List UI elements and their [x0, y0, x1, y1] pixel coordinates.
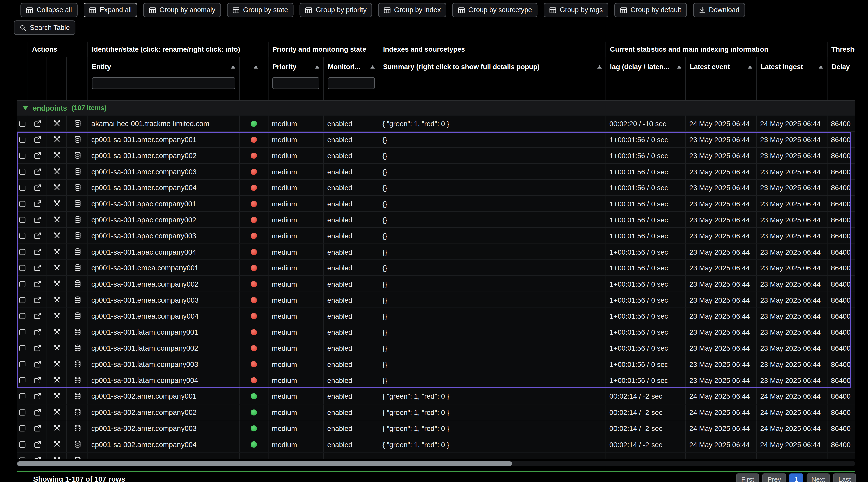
- collapse-group-triangle-icon[interactable]: [23, 106, 28, 110]
- open-entity-icon[interactable]: [33, 120, 41, 127]
- data-sampling-icon[interactable]: [73, 200, 81, 207]
- data-sampling-icon[interactable]: [73, 328, 81, 336]
- manage-entity-icon[interactable]: [53, 376, 61, 384]
- group-by-priority-button[interactable]: Group by priority: [300, 3, 372, 17]
- data-sampling-icon[interactable]: [73, 424, 81, 432]
- manage-entity-icon[interactable]: [53, 136, 61, 143]
- manage-entity-icon[interactable]: [53, 120, 61, 127]
- entity-name[interactable]: cp001-sa-001.amer.company003: [91, 167, 196, 175]
- open-entity-icon[interactable]: [33, 248, 41, 256]
- manage-entity-icon[interactable]: [53, 216, 61, 224]
- row-select-checkbox[interactable]: [19, 200, 25, 206]
- summary-value[interactable]: {}: [382, 183, 387, 192]
- priority-filter-input[interactable]: [272, 77, 319, 89]
- summary-value[interactable]: {}: [382, 167, 387, 175]
- row-select-checkbox[interactable]: [19, 297, 25, 303]
- open-entity-icon[interactable]: [33, 328, 41, 336]
- summary-value[interactable]: {}: [382, 312, 387, 320]
- row-select-checkbox[interactable]: [19, 425, 25, 431]
- entity-name[interactable]: cp001-sa-001.latam.company003: [91, 360, 198, 368]
- summary-value[interactable]: { "green": 1, "red": 0 }: [382, 119, 449, 128]
- expand-all-button[interactable]: Expand all: [84, 3, 137, 17]
- data-sampling-icon[interactable]: [73, 264, 81, 272]
- group-by-state-button[interactable]: Group by state: [227, 3, 293, 17]
- open-entity-icon[interactable]: [33, 392, 41, 400]
- open-entity-icon[interactable]: [33, 167, 41, 175]
- entity-sort-header[interactable]: Entity: [88, 59, 239, 75]
- entity-name[interactable]: cp001-sa-002.amer.company003: [91, 424, 196, 432]
- horizontal-scrollbar[interactable]: [17, 461, 855, 467]
- summary-value[interactable]: {}: [382, 280, 387, 288]
- data-sampling-icon[interactable]: [73, 248, 81, 256]
- summary-value[interactable]: {}: [382, 151, 387, 160]
- summary-value[interactable]: { "green": 1, "red": 0 }: [382, 392, 449, 400]
- group-by-tags-button[interactable]: Group by tags: [544, 3, 609, 17]
- manage-entity-icon[interactable]: [53, 184, 61, 191]
- group-header-endpoints[interactable]: endpoints (107 items): [17, 101, 855, 116]
- manage-entity-icon[interactable]: [53, 408, 61, 416]
- summary-value[interactable]: {}: [382, 231, 387, 240]
- manage-entity-icon[interactable]: [53, 264, 61, 272]
- entity-name[interactable]: cp001-sa-001.amer.company004: [91, 183, 196, 192]
- data-sampling-icon[interactable]: [73, 392, 81, 400]
- data-sampling-icon[interactable]: [73, 312, 81, 320]
- row-select-checkbox[interactable]: [19, 313, 25, 319]
- data-sampling-icon[interactable]: [73, 152, 81, 160]
- priority-sort-header[interactable]: Priority: [269, 59, 323, 75]
- open-entity-icon[interactable]: [33, 232, 41, 239]
- group-by-index-button[interactable]: Group by index: [378, 3, 446, 17]
- row-select-checkbox[interactable]: [19, 393, 25, 399]
- sort-asc-icon[interactable]: [597, 65, 602, 68]
- data-sampling-icon[interactable]: [73, 280, 81, 288]
- row-select-checkbox[interactable]: [19, 409, 25, 415]
- open-entity-icon[interactable]: [33, 376, 41, 384]
- open-entity-icon[interactable]: [33, 440, 41, 448]
- row-select-checkbox[interactable]: [19, 345, 25, 351]
- entity-name[interactable]: cp001-sa-001.emea.company002: [91, 280, 198, 288]
- pagination-first-button[interactable]: First: [736, 474, 759, 482]
- row-select-checkbox[interactable]: [19, 184, 25, 190]
- sort-asc-icon[interactable]: [819, 65, 823, 68]
- manage-entity-icon[interactable]: [53, 248, 61, 256]
- sort-asc-icon[interactable]: [677, 65, 681, 68]
- manage-entity-icon[interactable]: [53, 424, 61, 432]
- monitoring-filter-input[interactable]: [328, 77, 375, 89]
- row-select-checkbox[interactable]: [19, 361, 25, 367]
- open-entity-icon[interactable]: [33, 456, 41, 459]
- entity-name[interactable]: cp001-sa-001.apac.company001: [91, 199, 196, 208]
- latest-event-sort-header[interactable]: Latest event: [686, 59, 756, 75]
- open-entity-icon[interactable]: [33, 296, 41, 303]
- open-entity-icon[interactable]: [33, 216, 41, 224]
- manage-entity-icon[interactable]: [53, 232, 61, 239]
- data-sampling-icon[interactable]: [73, 216, 81, 224]
- data-sampling-icon[interactable]: [73, 120, 81, 127]
- entity-name[interactable]: cp001-sa-002.amer.company001: [91, 392, 196, 400]
- entity-name[interactable]: cp001-sa-001.apac.company003: [91, 231, 196, 240]
- pagination-prev-button[interactable]: Prev: [763, 474, 786, 482]
- monitoring-sort-header[interactable]: Monitori...: [324, 59, 379, 75]
- entity-name[interactable]: cp001-sa-001.apac.company004: [91, 248, 196, 256]
- summary-value[interactable]: {}: [382, 216, 387, 224]
- data-sampling-icon[interactable]: [73, 296, 81, 303]
- entity-name[interactable]: cp001-sa-001.apac.company002: [91, 216, 196, 224]
- manage-entity-icon[interactable]: [53, 280, 61, 288]
- group-by-default-button[interactable]: Group by default: [615, 3, 687, 17]
- entity-name[interactable]: cp001-sa-002.amer.company004: [91, 440, 196, 448]
- entity-name[interactable]: cp001-sa-001.latam.company001: [91, 328, 198, 336]
- pagination-next-button[interactable]: Next: [806, 474, 830, 482]
- entity-name[interactable]: cp001-sa-001.emea.company004: [91, 312, 198, 320]
- open-entity-icon[interactable]: [33, 360, 41, 368]
- manage-entity-icon[interactable]: [53, 152, 61, 160]
- manage-entity-icon[interactable]: [53, 440, 61, 448]
- manage-entity-icon[interactable]: [53, 344, 61, 352]
- entity-filter-input[interactable]: [92, 77, 236, 89]
- sort-asc-icon[interactable]: [315, 65, 319, 68]
- manage-entity-icon[interactable]: [53, 312, 61, 320]
- manage-entity-icon[interactable]: [53, 456, 61, 459]
- pagination-1-button[interactable]: 1: [789, 474, 803, 482]
- open-entity-icon[interactable]: [33, 424, 41, 432]
- data-sampling-icon[interactable]: [73, 184, 81, 191]
- open-entity-icon[interactable]: [33, 264, 41, 272]
- summary-value[interactable]: {}: [382, 248, 387, 256]
- group-by-anomaly-button[interactable]: Group by anomaly: [143, 3, 221, 17]
